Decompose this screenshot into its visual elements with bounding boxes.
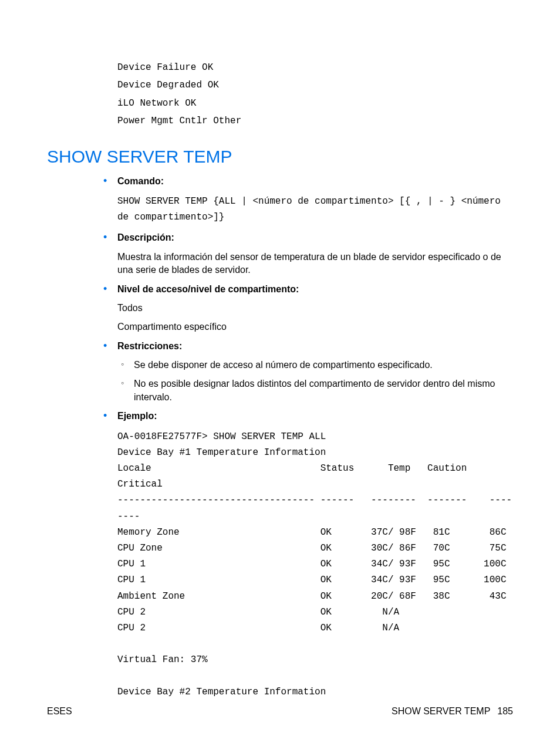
descripcion-text: Muestra la información del sensor de tem… bbox=[117, 251, 513, 277]
footer-page-number: 185 bbox=[497, 706, 513, 717]
ejemplo-output: OA-0018FE27577F> SHOW SERVER TEMP ALL De… bbox=[117, 429, 513, 700]
ej-line: Ambient Zone OK 20C/ 68F 38C 43C bbox=[117, 591, 507, 602]
section-list: Comando: SHOW SERVER TEMP {ALL | <número… bbox=[100, 175, 513, 700]
ej-line: Device Bay #2 Temperature Information bbox=[117, 687, 326, 697]
ej-line: OA-0018FE27577F> SHOW SERVER TEMP ALL bbox=[117, 431, 326, 442]
label-ejemplo: Ejemplo: bbox=[117, 410, 513, 423]
status-line: Device Failure OK bbox=[117, 62, 213, 73]
comando-text: SHOW SERVER TEMP {ALL | <número de compa… bbox=[117, 194, 513, 225]
footer-right-label: SHOW SERVER TEMP bbox=[392, 706, 490, 717]
ej-line: CPU 1 OK 34C/ 93F 95C 100C bbox=[117, 575, 507, 585]
status-block: Device Failure OK Device Degraded OK iLO… bbox=[117, 59, 513, 130]
status-line: Power Mgmt Cntlr Other bbox=[117, 116, 241, 126]
footer: ESES SHOW SERVER TEMP 185 bbox=[47, 706, 513, 717]
item-ejemplo: Ejemplo: OA-0018FE27577F> SHOW SERVER TE… bbox=[100, 410, 513, 700]
nivel-line1: Todos bbox=[117, 302, 513, 315]
item-nivel: Nivel de acceso/nivel de compartimento: … bbox=[100, 283, 513, 334]
restriccion-2: No es posible designar lados distintos d… bbox=[117, 377, 513, 404]
ej-line: Memory Zone OK 37C/ 98F 81C 86C bbox=[117, 527, 507, 538]
nivel-line2: Compartimento específico bbox=[117, 320, 513, 333]
ej-line: Locale Status Temp Caution Critical bbox=[117, 463, 484, 490]
item-descripcion: Descripción: Muestra la información del … bbox=[100, 231, 513, 276]
label-comando: Comando: bbox=[117, 175, 513, 188]
ej-line: CPU Zone OK 30C/ 86F 70C 75C bbox=[117, 543, 507, 553]
ej-line: ----------------------------------- ----… bbox=[117, 495, 512, 521]
item-restricciones: Restricciones: Se debe disponer de acces… bbox=[100, 340, 513, 404]
ej-line: CPU 2 OK N/A bbox=[117, 607, 399, 617]
footer-right: SHOW SERVER TEMP 185 bbox=[392, 706, 513, 717]
section-heading: SHOW SERVER TEMP bbox=[47, 147, 513, 167]
ej-line: Virtual Fan: 37% bbox=[117, 654, 208, 665]
label-restricciones: Restricciones: bbox=[117, 340, 513, 353]
item-comando: Comando: SHOW SERVER TEMP {ALL | <número… bbox=[100, 175, 513, 226]
page: Device Failure OK Device Degraded OK iLO… bbox=[0, 0, 560, 746]
restricciones-list: Se debe disponer de acceso al número de … bbox=[117, 359, 513, 404]
status-line: Device Degraded OK bbox=[117, 80, 219, 90]
ej-line: CPU 1 OK 34C/ 93F 95C 100C bbox=[117, 559, 507, 569]
ej-line: Device Bay #1 Temperature Information bbox=[117, 447, 326, 458]
status-line: iLO Network OK bbox=[117, 98, 196, 109]
label-descripcion: Descripción: bbox=[117, 231, 513, 244]
restriccion-1: Se debe disponer de acceso al número de … bbox=[117, 359, 513, 372]
label-nivel: Nivel de acceso/nivel de compartimento: bbox=[117, 283, 513, 296]
footer-left: ESES bbox=[47, 706, 72, 717]
ej-line: CPU 2 OK N/A bbox=[117, 623, 399, 633]
